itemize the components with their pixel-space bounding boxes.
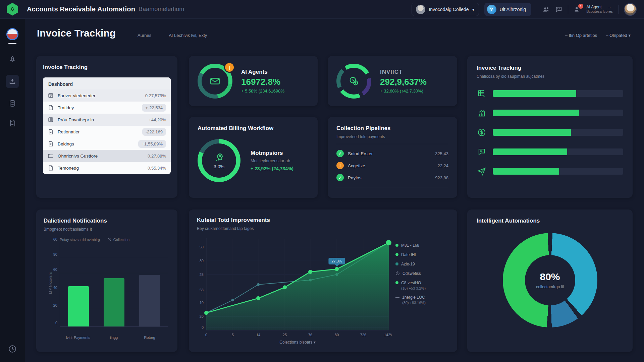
folder-icon bbox=[48, 153, 54, 159]
progress-row bbox=[477, 89, 623, 98]
users-icon[interactable] bbox=[542, 6, 550, 13]
pipeline-value: 923,88 bbox=[435, 175, 448, 180]
sidebar-item-database[interactable] bbox=[8, 100, 16, 108]
y-tick-label: 60 bbox=[53, 267, 57, 272]
list-item[interactable]: Beldngs +1,55,89% bbox=[43, 138, 171, 150]
bar[interactable] bbox=[139, 275, 160, 326]
rocket-icon bbox=[8, 55, 16, 63]
list-item-label: Ohnricnivs Gustfore bbox=[58, 154, 144, 159]
stat-value: 292,9,637% bbox=[380, 77, 427, 87]
clock-icon bbox=[107, 238, 111, 242]
bar-chart: Pctay stazsa dd ovtnbirgCollection M V N… bbox=[44, 238, 170, 338]
progress-row bbox=[477, 128, 623, 137]
bar[interactable] bbox=[68, 286, 89, 326]
metric-delta: + 23,92% (24,734%) bbox=[251, 166, 293, 171]
agent-title: AI Agent bbox=[586, 5, 601, 9]
card-title: Dalictiend Notifications bbox=[44, 218, 170, 224]
stat-value: 16972.8% bbox=[241, 77, 284, 87]
progress-track[interactable] bbox=[493, 129, 623, 136]
list-item[interactable]: Tratidey +-22,534 bbox=[43, 102, 171, 114]
progress-track[interactable] bbox=[493, 168, 623, 175]
sidebar-item-history[interactable] bbox=[8, 345, 17, 353]
card-subtitle: Improveteed tolo payments bbox=[336, 134, 448, 139]
donut-center-value: 80% bbox=[540, 271, 560, 283]
sidebar-item-dashboard[interactable] bbox=[6, 28, 18, 44]
pipeline-row[interactable]: ! Acgetize 22,24 bbox=[336, 160, 448, 172]
bar[interactable] bbox=[104, 278, 124, 326]
agent-shortcut[interactable]: AI Agent → Bcoutesa Icores bbox=[586, 5, 613, 14]
metric-name: Motmpsiors bbox=[251, 150, 293, 157]
check-icon: ✓ bbox=[336, 150, 344, 157]
card-subtitle: Bey crukarnoltfomand tap tages bbox=[197, 226, 449, 231]
list-item-label: Beldngs bbox=[58, 141, 134, 146]
line-chart-svg: 02010582530500514257680726142%Colections… bbox=[197, 234, 392, 345]
list-item[interactable]: Ohnricnivs Gustfore 0.27,88% bbox=[43, 150, 171, 162]
chart-tooltip: 27,3% bbox=[328, 258, 345, 264]
legend-item[interactable]: M81 - 168 bbox=[395, 243, 449, 248]
donut-center: 80% collectomfrga lil bbox=[525, 255, 575, 305]
spreadsheet-icon bbox=[477, 89, 487, 98]
tab-ai[interactable]: AI Lechlvik lvil, Exty bbox=[169, 33, 207, 38]
meta-operations[interactable]: – Itin Op artetios bbox=[565, 33, 597, 38]
avatar bbox=[416, 5, 425, 14]
card-title: Intelligent Automations bbox=[477, 218, 623, 224]
list-icon bbox=[48, 117, 54, 123]
chevron-down-icon: ▾ bbox=[472, 7, 475, 12]
legend-item[interactable]: Azle-19 bbox=[395, 262, 449, 266]
chat-icon[interactable] bbox=[555, 6, 562, 13]
automations-donut-card: Intelligent Automations 80% collectomfrg… bbox=[467, 209, 633, 352]
dollar-icon bbox=[477, 128, 487, 137]
meta-updated-dropdown[interactable]: – Olnpated ▾ bbox=[606, 33, 631, 38]
app-logo-icon[interactable] bbox=[7, 3, 18, 16]
sidebar-item-explore[interactable] bbox=[8, 55, 16, 63]
page-title: Invoice Tracking bbox=[37, 27, 116, 39]
list-item[interactable]: Retionatier -222,169 bbox=[43, 126, 171, 138]
list-item-value: -222,169 bbox=[142, 128, 166, 136]
arrow-icon: → bbox=[607, 5, 611, 9]
svg-text:10: 10 bbox=[200, 301, 204, 305]
list-item[interactable]: Fariver viedeneder 0.27,579% bbox=[43, 89, 171, 102]
check-icon: ✓ bbox=[336, 174, 344, 181]
legend-dot bbox=[395, 244, 398, 247]
ai-assistant-button[interactable]: ? Ult Aihrzonlg bbox=[484, 3, 532, 16]
notifications-icon[interactable]: 1 bbox=[574, 6, 581, 13]
legend-dot bbox=[395, 281, 398, 284]
legend-item[interactable]: Date IHl bbox=[395, 252, 449, 257]
card-title: Invoice Tracking bbox=[477, 65, 623, 71]
y-tick-label: 40 bbox=[53, 286, 57, 290]
list-item-value: 0.27,88% bbox=[148, 154, 166, 159]
list-item-value: 0.27,579% bbox=[145, 93, 166, 98]
pipeline-row[interactable]: ✓ Snind Erster 325,43 bbox=[336, 147, 448, 160]
legend-item[interactable]: 1hergle 1OC(30) +83.16%) bbox=[395, 295, 449, 305]
sidebar-item-inbox[interactable] bbox=[6, 75, 19, 88]
page-tabs: Aurnes AI Lechlvik lvil, Exty bbox=[138, 33, 207, 38]
user-dropdown[interactable]: Invocodaig Collede ▾ bbox=[412, 3, 479, 16]
progress-track[interactable] bbox=[493, 148, 623, 155]
svg-text:58: 58 bbox=[200, 288, 204, 292]
app-subtitle: Baamomelertiom bbox=[139, 6, 184, 13]
progress-track[interactable] bbox=[493, 90, 623, 97]
svg-text:50: 50 bbox=[200, 245, 204, 249]
improvements-chart-card: Kuteial Totd Improvements Bey crukarnolt… bbox=[189, 209, 457, 352]
svg-text:0: 0 bbox=[202, 325, 204, 329]
pipeline-row[interactable]: ✓ Paylos 923,88 bbox=[336, 172, 448, 184]
document-check-icon bbox=[8, 119, 16, 127]
progress-track[interactable] bbox=[493, 110, 623, 116]
legend-dash bbox=[395, 297, 399, 298]
ai-assistant-icon: ? bbox=[487, 5, 496, 14]
legend-item[interactable]: C8-vestHO(16) +53 3.2%) bbox=[395, 281, 449, 290]
collection-pipelines-card: Collection Pipelines Improveteed tolo pa… bbox=[328, 117, 457, 198]
list-item[interactable]: Pröu Povathepr in +44,20% bbox=[43, 114, 171, 126]
list-item-label: Fariver viedeneder bbox=[58, 93, 141, 98]
sidebar-item-documents[interactable] bbox=[8, 119, 16, 127]
profile-avatar[interactable] bbox=[624, 3, 637, 16]
divider bbox=[568, 5, 568, 14]
legend-item[interactable]: Cdswefiss bbox=[395, 271, 449, 276]
tab-aurnes[interactable]: Aurnes bbox=[138, 33, 151, 38]
notifications-chart-card: Dalictiend Notifications Bmpgneot notifc… bbox=[36, 209, 177, 352]
progress-fill bbox=[493, 110, 579, 116]
app-title: Accounts Receivable Automation bbox=[27, 5, 135, 13]
list-item[interactable]: Temonedg 0.55,34% bbox=[43, 162, 171, 174]
donut-center-label: collectomfrga lil bbox=[536, 285, 564, 289]
progress-row bbox=[477, 108, 623, 118]
